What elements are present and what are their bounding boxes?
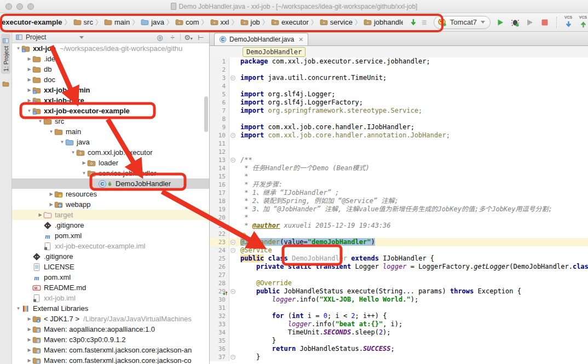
- tree-row-loader[interactable]: ▶loader: [12, 158, 209, 168]
- code-line-34[interactable]: 34 TimeUnit.SECONDS.sleep(2);: [210, 328, 588, 337]
- code-line-5[interactable]: 5import org.slf4j.Logger;: [210, 90, 588, 99]
- chevron-down-icon[interactable]: ▼: [81, 171, 87, 176]
- editor-breadcrumb-chip[interactable]: DemoJobHandler: [243, 47, 305, 57]
- tree-row-xxl-job-core[interactable]: ▶xxl-job-core: [12, 95, 209, 106]
- chevron-down-icon[interactable]: ▼: [37, 119, 43, 124]
- code-line-15[interactable]: 15 *: [210, 172, 588, 181]
- code-line-9[interactable]: 9import com.xxl.job.core.handler.IJobHan…: [210, 123, 588, 131]
- tree-row-target[interactable]: ▶target: [12, 210, 209, 220]
- locate-file-icon[interactable]: ◎: [155, 33, 165, 42]
- fold-marker-icon[interactable]: ˄: [230, 248, 235, 253]
- tree-row-pom-xml[interactable]: mpom.xml: [12, 230, 209, 241]
- green-down-arrow-icon[interactable]: [408, 18, 418, 27]
- tab-demojobhandler[interactable]: C DemoJobHandler.java ✕: [214, 33, 308, 45]
- code-line-24[interactable]: 24˄@Service: [210, 246, 588, 255]
- gear-icon[interactable]: ⚙▾: [183, 33, 193, 42]
- chevron-right-icon[interactable]: ▶: [81, 160, 87, 165]
- code-line-33[interactable]: 33 logger.info("beat at:{}", i);: [210, 320, 588, 328]
- tree-row-external-libraries[interactable]: ▼External Libraries: [12, 303, 209, 314]
- code-line-27[interactable]: 27: [210, 271, 588, 279]
- tree-row-xxl-job-executor-example-iml[interactable]: xxl-job-executor-example.iml: [12, 241, 209, 251]
- debug-button[interactable]: [510, 18, 520, 27]
- tree-row-doc[interactable]: ▶doc: [12, 74, 209, 85]
- tree-row-demojobhandler[interactable]: CDemoJobHandler: [12, 178, 209, 189]
- tree-row-service-jobhandler[interactable]: ▼service.jobhandler: [12, 168, 209, 178]
- breadcrumb-item-xxl[interactable]: xxl: [210, 18, 229, 26]
- code-line-4[interactable]: 4: [210, 82, 588, 90]
- chevron-down-icon[interactable]: ▼: [15, 46, 21, 51]
- tree-row-db[interactable]: ▶db: [12, 64, 209, 74]
- chevron-right-icon[interactable]: ▶: [26, 88, 32, 93]
- tree-row--gitignore[interactable]: .gitignore: [12, 220, 209, 230]
- tree-row-main[interactable]: ▼main: [12, 126, 209, 137]
- run-configuration-select[interactable]: Tomcat7: [434, 16, 491, 29]
- code-line-1[interactable]: 1package com.xxl.job.executor.service.jo…: [210, 57, 588, 66]
- tree-row-maven-c3p0-c3p0-0-9-1-2[interactable]: ▶Maven: c3p0:c3p0:0.9.1.2: [12, 334, 209, 345]
- code-line-28[interactable]: 28 @Override: [210, 279, 588, 287]
- code-line-8[interactable]: 8: [210, 115, 588, 123]
- code-line-7[interactable]: 7import org.springframework.stereotype.S…: [210, 107, 588, 115]
- code-line-11[interactable]: 11: [210, 140, 588, 148]
- code-line-18[interactable]: 18 * 2、装配到Spring, 例如加 “@Service” 注解;: [210, 197, 588, 205]
- tree-row-readme-md[interactable]: M↓README.md: [12, 282, 209, 293]
- vcs-update-button[interactable]: VCS: [563, 15, 573, 29]
- tree-row-java[interactable]: ▼java: [12, 137, 209, 147]
- chevron-right-icon[interactable]: ▶: [26, 77, 32, 82]
- chevron-right-icon[interactable]: ▶: [26, 98, 32, 103]
- tree-row-license[interactable]: LICENSE: [12, 262, 209, 272]
- tree-row--idea[interactable]: ▶.idea: [12, 54, 209, 64]
- tree-row-xxl-job-executor-example[interactable]: ▼xxl-job-executor-example: [12, 106, 209, 116]
- scroll-from-source-icon[interactable]: ÷: [168, 33, 177, 42]
- code-line-30[interactable]: 30 logger.info("XXL-JOB, Hello World.");: [210, 296, 588, 304]
- breadcrumb-item-service[interactable]: service: [320, 18, 353, 26]
- run-button[interactable]: [495, 18, 505, 27]
- chevron-right-icon[interactable]: ▶: [26, 67, 32, 72]
- code-line-35[interactable]: 35 }: [210, 337, 588, 345]
- tree-row-xxl-job-iml[interactable]: xxl-job.iml: [12, 293, 209, 303]
- run-with-coverage-button[interactable]: [525, 18, 535, 27]
- tree-row-xxl-job-admin[interactable]: ▶xxl-job-admin: [12, 85, 209, 95]
- chevron-right-icon[interactable]: ▶: [26, 56, 32, 61]
- code-line-25[interactable]: 25public class DemoJobHandler extends IJ…: [210, 255, 588, 263]
- tree-row--gitignore[interactable]: .gitignore: [12, 251, 209, 262]
- code-line-13[interactable]: 13−/**: [210, 156, 588, 164]
- code-line-32[interactable]: 32 for (int i = 0; i < 2; i++) {: [210, 312, 588, 320]
- close-tab-icon[interactable]: ✕: [298, 36, 303, 43]
- tree-row-com-xxl-job-executor[interactable]: ▼com.xxl.job.executor: [12, 147, 209, 158]
- chevron-down-icon[interactable]: ▼: [26, 108, 32, 113]
- chevron-down-icon[interactable]: ▼: [15, 306, 21, 311]
- code-line-2[interactable]: 2: [210, 66, 588, 74]
- tree-row-webapp[interactable]: ▶webapp: [12, 199, 209, 210]
- tree-row-src[interactable]: ▼src: [12, 116, 209, 126]
- chevron-right-icon[interactable]: ▶: [26, 327, 32, 332]
- chevron-down-icon[interactable]: ▼: [70, 150, 76, 155]
- code-line-36[interactable]: 36 return JobHandleStatus.SUCCESS;: [210, 345, 588, 353]
- tree-row-maven-aopalliance-aopalliance-1-0[interactable]: ▶Maven: aopalliance:aopalliance:1.0: [12, 324, 209, 334]
- project-view-chevron-icon[interactable]: [79, 36, 84, 39]
- fold-marker-icon[interactable]: −: [230, 76, 235, 80]
- chevron-right-icon[interactable]: ▶: [48, 192, 54, 197]
- tree-row-resources[interactable]: ▶resources: [12, 189, 209, 199]
- vcs-commit-button[interactable]: VCS: [578, 15, 588, 29]
- tree-row-pom-xml[interactable]: mpom.xml: [12, 272, 209, 282]
- tree-row--jdk1-7-[interactable]: ▶< JDK1.7 >/Library/Java/JavaVirtualMach…: [12, 314, 209, 324]
- code-line-14[interactable]: 14 * 任务Handler的一个Demo (Bean模式): [210, 164, 588, 172]
- code-line-10[interactable]: 10˄import com.xxl.job.core.handler.annot…: [210, 131, 588, 140]
- chevron-right-icon[interactable]: ▶: [37, 212, 43, 217]
- breadcrumb-item-jobhandler[interactable]: jobhandler: [364, 18, 403, 26]
- chevron-down-icon[interactable]: ▼: [59, 140, 65, 145]
- code-line-20[interactable]: 20 *: [210, 213, 588, 222]
- code-line-17[interactable]: 17 * 1、继承 “IJobHandler” ;: [210, 189, 588, 197]
- code-editor[interactable]: 1package com.xxl.job.executor.service.jo…: [210, 57, 588, 364]
- breadcrumb-item-src[interactable]: src: [73, 18, 93, 26]
- code-line-12[interactable]: 12: [210, 148, 588, 156]
- code-line-16[interactable]: 16 * 开发步骤:: [210, 181, 588, 189]
- chevron-down-icon[interactable]: ▼: [48, 129, 54, 134]
- stop-button[interactable]: [540, 18, 550, 27]
- fold-marker-icon[interactable]: ˄: [230, 133, 235, 138]
- tree-row-maven-com-fasterxml-jackson-core-jackson-co[interactable]: ▶Maven: com.fasterxml.jackson.core:jacks…: [12, 355, 209, 364]
- chevron-right-icon[interactable]: ▶: [26, 337, 32, 342]
- fold-marker-icon[interactable]: −: [230, 158, 235, 163]
- hide-panel-icon[interactable]: ⊢: [196, 33, 206, 42]
- code-line-29[interactable]: 29− public JobHandleStatus execute(Strin…: [210, 287, 588, 296]
